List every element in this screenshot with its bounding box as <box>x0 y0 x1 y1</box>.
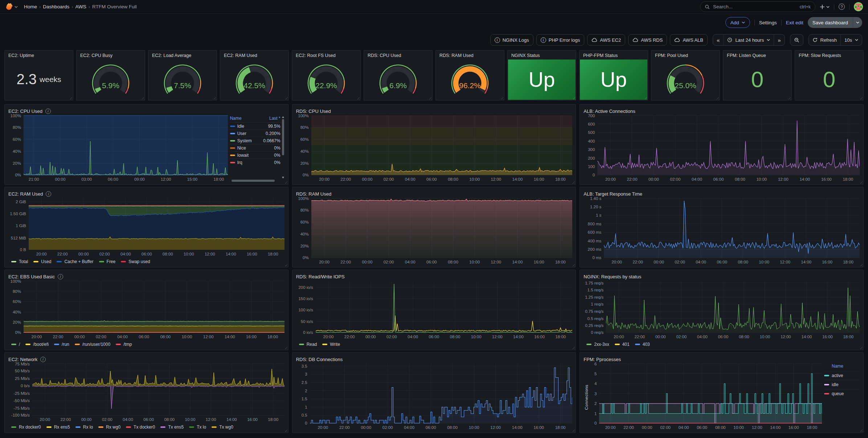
info-icon[interactable]: i <box>45 109 51 114</box>
grafana-logo[interactable] <box>5 3 18 11</box>
save-dashboard-button[interactable]: Save dashboard <box>808 17 853 28</box>
panel-title[interactable]: EC2: CPU Used <box>8 109 42 114</box>
legend-table-row[interactable]: Nice0% <box>229 144 281 151</box>
legend-item[interactable]: /boot/efi <box>25 342 49 347</box>
panel-title[interactable]: NGINX Status <box>508 50 576 58</box>
legend-table-row[interactable]: Iowait0% <box>229 151 281 159</box>
plot-area[interactable] <box>32 364 284 416</box>
link-aws-alb[interactable]: AWS ALB <box>670 34 708 46</box>
panel-title[interactable]: EC2: RAM Used <box>8 191 43 197</box>
new-button[interactable] <box>820 4 830 9</box>
scroll-up-icon[interactable] <box>282 116 284 118</box>
legend-item[interactable]: Total <box>11 259 28 264</box>
legend-item[interactable]: Rx lo <box>75 425 93 430</box>
plot-area[interactable] <box>311 198 572 258</box>
time-shift-back-button[interactable]: « <box>713 34 723 45</box>
legend-table-row[interactable]: Idle99.5% <box>229 122 281 130</box>
legend-item[interactable]: 403 <box>635 342 650 347</box>
plot-area[interactable] <box>606 281 860 333</box>
search-input[interactable] <box>713 4 797 9</box>
legend-header-name[interactable]: Name <box>230 116 242 121</box>
legend-item[interactable]: Rx docker0 <box>11 425 41 430</box>
panel-title[interactable]: EC2: EBS Used Basic <box>8 274 55 279</box>
legend-item[interactable]: Rx ens5 <box>46 425 70 430</box>
legend-series-name[interactable]: Nice <box>237 146 272 151</box>
panel-title[interactable]: NGINX: Requests by status <box>584 274 641 279</box>
link-php-error-logs[interactable]: i PHP Error logs <box>536 34 584 46</box>
panel-title[interactable]: EC2: Uptime <box>5 50 73 58</box>
panel-title[interactable]: FPM: Listen Queue <box>723 50 791 58</box>
plot-area[interactable] <box>29 198 284 250</box>
legend-table-row[interactable]: User0.200% <box>229 130 281 137</box>
link-aws-ec2[interactable]: AWS EC2 <box>587 34 625 46</box>
plot-area[interactable] <box>604 198 860 258</box>
legend-header-last[interactable]: Last * <box>269 116 281 121</box>
scrollbar-thumb[interactable] <box>232 180 275 182</box>
legend-table-row[interactable]: System0.0667% <box>229 137 281 144</box>
breadcrumb-dashboards[interactable]: Dashboards <box>43 4 69 9</box>
legend-item[interactable]: queue <box>824 389 860 398</box>
panel-title[interactable]: FPM: Pprocesses <box>584 357 621 362</box>
panel-title[interactable]: FPM: Slow Requests <box>795 50 863 58</box>
info-icon[interactable]: i <box>40 357 46 362</box>
legend-item[interactable]: Free <box>99 259 116 264</box>
legend-item[interactable]: /run <box>54 342 69 347</box>
info-icon[interactable]: i <box>58 274 63 279</box>
settings-button[interactable]: Settings <box>759 20 777 25</box>
legend-series-name[interactable]: System <box>237 138 261 143</box>
plot-area[interactable] <box>599 364 822 423</box>
panel-title[interactable]: EC2: Load Average <box>148 50 217 58</box>
legend-list-header[interactable]: Name <box>824 364 860 371</box>
add-button[interactable]: Add <box>725 17 750 28</box>
panel-title[interactable]: EC2: CPU Busy <box>77 50 145 58</box>
breadcrumb-aws[interactable]: AWS <box>75 4 86 9</box>
panel-title[interactable]: RDS: DB Connections <box>296 357 343 362</box>
legend-series-name[interactable]: User <box>237 131 263 136</box>
scroll-down-icon[interactable] <box>282 177 284 179</box>
refresh-interval-picker[interactable]: 10s <box>840 34 862 45</box>
legend-item[interactable]: Tx wg0 <box>212 425 233 430</box>
help-icon[interactable]: ? <box>839 4 845 10</box>
exit-edit-button[interactable]: Exit edit <box>786 20 803 25</box>
panel-title[interactable]: RDS: CPU Used <box>296 109 331 114</box>
plot-area[interactable] <box>310 364 572 423</box>
legend-item[interactable]: active <box>824 371 860 380</box>
panel-title[interactable]: RDS: RAM Used <box>296 191 332 197</box>
plot-area[interactable] <box>597 115 860 175</box>
link-aws-rds[interactable]: AWS RDS <box>628 34 667 46</box>
search-box[interactable]: ctrl+k <box>700 1 815 12</box>
legend-table-row[interactable]: Irq0% <box>229 159 281 166</box>
panel-title[interactable]: EC2: Network <box>8 357 37 362</box>
legend-item[interactable]: Write <box>322 342 340 347</box>
save-dashboard-caret[interactable] <box>853 17 862 28</box>
legend-item[interactable]: / <box>11 342 20 347</box>
plot-area[interactable] <box>24 115 228 175</box>
panel-title[interactable]: FPM: Pool Used <box>651 50 720 58</box>
horizontal-scrollbar[interactable] <box>230 180 281 182</box>
panel-title[interactable]: EC2: RAM Used <box>220 50 288 58</box>
legend-item[interactable]: Read <box>299 342 317 347</box>
legend-item[interactable]: Tx ens5 <box>160 425 184 430</box>
breadcrumb-home[interactable]: Home <box>24 4 37 9</box>
panel-title[interactable]: ALB: Target Response Time <box>584 191 642 197</box>
panel-title[interactable]: EC2: Root FS Used <box>292 50 360 58</box>
legend-series-name[interactable]: Idle <box>237 124 266 129</box>
time-range-picker[interactable]: Last 24 hours <box>723 34 774 45</box>
plot-area[interactable] <box>316 281 572 333</box>
legend-item[interactable]: Tx docker0 <box>126 425 155 430</box>
refresh-button[interactable]: Refresh <box>809 34 841 45</box>
panel-title[interactable]: ALB: Active Connections <box>584 109 635 114</box>
legend-item[interactable]: Rx wg0 <box>98 425 120 430</box>
legend-item[interactable]: Used <box>33 259 51 264</box>
plot-area[interactable] <box>311 115 572 175</box>
user-avatar[interactable] <box>854 2 863 11</box>
zoom-out-button[interactable] <box>790 34 803 45</box>
vertical-scrollbar[interactable] <box>282 116 284 179</box>
panel-title[interactable]: RDS: CPU Used <box>364 50 432 58</box>
scrollbar-thumb[interactable] <box>282 119 284 155</box>
plot-area[interactable] <box>24 281 284 333</box>
time-shift-forward-button[interactable]: » <box>774 34 784 45</box>
legend-item[interactable]: /run/user/1000 <box>75 342 110 347</box>
legend-series-name[interactable]: Iowait <box>237 153 272 158</box>
legend-item[interactable]: Tx lo <box>189 425 206 430</box>
